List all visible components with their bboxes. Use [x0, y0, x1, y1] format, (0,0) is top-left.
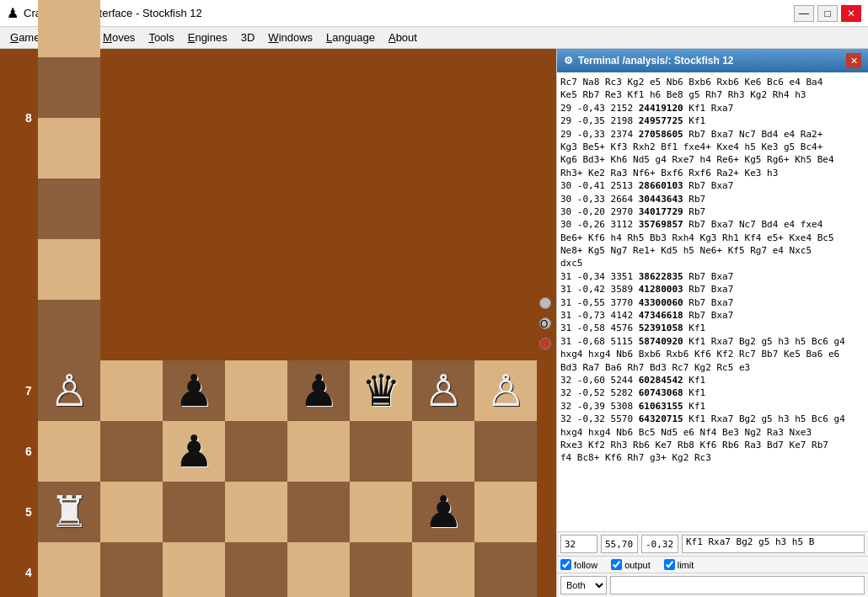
square-e6[interactable]: [287, 421, 350, 482]
main-content: A B C D E F G H 8 ♞: [0, 49, 868, 597]
both-select[interactable]: Both White Black: [560, 576, 607, 594]
terminal-icon: ⚙: [564, 55, 573, 67]
square-g4[interactable]: [412, 542, 474, 598]
square-f4[interactable]: [350, 542, 412, 598]
square-c5[interactable]: [163, 482, 225, 542]
rank-label-8: 8: [19, 111, 38, 125]
terminal-checkboxes: follow output limit: [557, 556, 868, 573]
rank-label-7: 7: [19, 384, 38, 397]
score2-input[interactable]: [641, 535, 678, 553]
terminal-status-bar: Kf1 Rxa7 Bg2 g5 h3 h5 B: [557, 531, 868, 556]
square-f5[interactable]: [350, 482, 412, 542]
square-c8[interactable]: [38, 0, 100, 57]
board-rank-5: ♜ ♟: [38, 482, 537, 542]
square-d7[interactable]: [225, 360, 287, 421]
square-b5[interactable]: [100, 482, 163, 542]
terminal-output[interactable]: Rc7 Na8 Rc3 Kg2 e5 Nb6 Bxb6 Rxb6 Ke6 Bc6…: [557, 72, 868, 531]
follow-checkbox[interactable]: [560, 559, 571, 570]
square-a6[interactable]: [38, 421, 100, 482]
square-a4[interactable]: [38, 542, 100, 598]
terminal-title-bar: ⚙ Terminal /analysis/: Stockfish 12 ✕: [557, 49, 868, 72]
square-d5[interactable]: [225, 482, 287, 542]
board-row-8: 8 ♞: [19, 0, 537, 360]
terminal-panel: ⚙ Terminal /analysis/: Stockfish 12 ✕ Rc…: [556, 49, 868, 597]
square-b7[interactable]: [100, 360, 163, 421]
piece-g5: ♟: [424, 490, 463, 534]
terminal-close-button[interactable]: ✕: [846, 53, 861, 68]
limit-label: limit: [678, 560, 694, 570]
close-button[interactable]: ✕: [841, 5, 861, 22]
terminal-title-left: ⚙ Terminal /analysis/: Stockfish 12: [564, 55, 734, 67]
board-rank-4: [38, 542, 537, 598]
indicator-red: [539, 338, 551, 349]
square-e4[interactable]: [287, 542, 350, 598]
square-d8[interactable]: [38, 57, 100, 118]
square-a5[interactable]: ♜: [38, 482, 100, 542]
piece-g7: ♙: [424, 369, 463, 413]
indicator-o: O: [539, 317, 551, 329]
square-b4[interactable]: [100, 542, 163, 598]
maximize-button[interactable]: □: [817, 5, 838, 22]
square-h4[interactable]: [474, 542, 537, 598]
output-checkbox-label[interactable]: output: [611, 559, 651, 570]
square-c7[interactable]: ♟: [163, 360, 225, 421]
piece-h7: ♙: [486, 369, 526, 413]
board-rank-6: ♟: [38, 421, 537, 482]
app-icon: ♟: [7, 5, 19, 21]
square-e7[interactable]: ♟: [287, 360, 350, 421]
board-row-5: 5 ♜ ♟: [19, 482, 537, 542]
board-rank-8: ♞: [38, 0, 100, 360]
square-b6[interactable]: [100, 421, 163, 482]
square-a7[interactable]: ♙: [38, 360, 100, 421]
board-rank-7: ♙ ♟ ♟ ♛ ♙ ♙: [38, 360, 537, 421]
square-h8[interactable]: [38, 300, 100, 360]
minimize-button[interactable]: —: [794, 5, 814, 22]
window-controls: — □ ✕: [794, 5, 861, 22]
follow-checkbox-label[interactable]: follow: [560, 559, 597, 570]
board-wrapper: A B C D E F G H 8 ♞: [19, 0, 537, 597]
command-input[interactable]: [610, 576, 865, 594]
move-display: Kf1 Rxa7 Bg2 g5 h3 h5 B: [682, 535, 865, 553]
piece-c6: ♟: [174, 429, 214, 473]
follow-label: follow: [574, 560, 597, 570]
indicators: O: [539, 297, 551, 349]
output-label: output: [624, 560, 651, 570]
square-g8[interactable]: [38, 239, 100, 300]
square-e5[interactable]: [287, 482, 350, 542]
square-h5[interactable]: [474, 482, 537, 542]
rank-label-6: 6: [19, 445, 38, 458]
square-d6[interactable]: [225, 421, 287, 482]
piece-f7: ♛: [362, 369, 401, 413]
score1-input[interactable]: [601, 535, 638, 553]
board-row-7: 7 ♙ ♟ ♟ ♛ ♙ ♙: [19, 360, 537, 421]
square-h6[interactable]: [474, 421, 537, 482]
limit-checkbox-label[interactable]: limit: [664, 559, 694, 570]
square-d4[interactable]: [225, 542, 287, 598]
square-c4[interactable]: [163, 542, 225, 598]
terminal-title: Terminal /analysis/: Stockfish 12: [578, 55, 734, 67]
limit-checkbox[interactable]: [664, 559, 675, 570]
board-row-6: 6 ♟: [19, 421, 537, 482]
square-c6[interactable]: ♟: [163, 421, 225, 482]
rank-label-4: 4: [19, 566, 38, 579]
square-f8[interactable]: [38, 179, 100, 239]
board-area: A B C D E F G H 8 ♞: [0, 49, 556, 597]
board-row-4: 4: [19, 542, 537, 598]
depth-input[interactable]: [560, 535, 597, 553]
indicator-top: [539, 297, 551, 309]
output-checkbox[interactable]: [611, 559, 622, 570]
piece-c7: ♟: [174, 369, 214, 413]
square-g6[interactable]: [412, 421, 474, 482]
piece-e7: ♟: [299, 369, 339, 413]
square-g7[interactable]: ♙: [412, 360, 474, 421]
square-f7[interactable]: ♛: [350, 360, 412, 421]
square-g5[interactable]: ♟: [412, 482, 474, 542]
terminal-bottom: Both White Black: [557, 573, 868, 597]
piece-a5: ♜: [50, 490, 89, 534]
square-h7[interactable]: ♙: [474, 360, 537, 421]
rank-label-5: 5: [19, 505, 38, 519]
piece-a7: ♙: [50, 369, 89, 413]
square-e8[interactable]: [38, 118, 100, 179]
square-f6[interactable]: [350, 421, 412, 482]
